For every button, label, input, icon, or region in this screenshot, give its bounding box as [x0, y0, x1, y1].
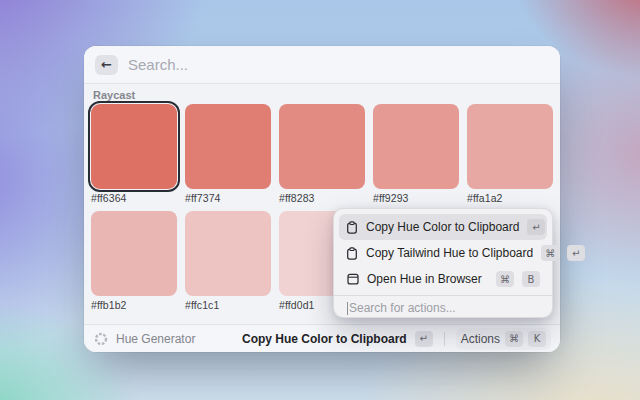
actions-search-input[interactable]	[349, 301, 539, 315]
color-cell[interactable]: #ff8283	[279, 104, 365, 205]
menu-item-open-hue-browser[interactable]: Open Hue in Browser ⌘ B	[339, 266, 547, 292]
primary-action-label[interactable]: Copy Hue Color to Clipboard	[242, 332, 407, 346]
color-swatch[interactable]	[185, 104, 271, 189]
actions-menu: Copy Hue Color to Clipboard ↵ Copy Tailw…	[333, 208, 553, 318]
text-cursor	[347, 302, 348, 315]
hex-label: #ff7374	[185, 192, 271, 205]
actions-search[interactable]	[339, 296, 547, 320]
actions-label: Actions	[461, 332, 500, 346]
color-swatch[interactable]	[91, 211, 177, 296]
color-cell[interactable]: #ffa1a2	[467, 104, 553, 205]
hex-label: #ffc1c1	[185, 299, 271, 312]
cmd-key-badge: ⌘	[505, 331, 523, 347]
back-button[interactable]: ←	[95, 55, 118, 75]
color-swatch[interactable]	[373, 104, 459, 189]
section-header: Raycast	[84, 89, 560, 101]
clipboard-icon	[346, 247, 358, 260]
hex-label: #ff8283	[279, 192, 365, 205]
color-cell[interactable]: #ff7374	[185, 104, 271, 205]
app-name: Hue Generator	[116, 332, 195, 346]
menu-item-copy-hue-color[interactable]: Copy Hue Color to Clipboard ↵	[339, 214, 547, 240]
color-swatch[interactable]	[91, 104, 177, 189]
divider	[444, 332, 445, 346]
browser-icon	[346, 273, 359, 285]
hue-ring-icon	[93, 331, 108, 346]
arrow-left-icon: ←	[101, 57, 112, 72]
color-cell[interactable]: #ffc1c1	[185, 211, 271, 312]
cmd-key-badge: ⌘	[496, 271, 514, 287]
enter-key-badge: ↵	[567, 245, 585, 261]
menu-item-copy-tailwind-hue[interactable]: Copy Tailwind Hue to Clipboard ⌘ ↵	[339, 240, 547, 266]
hex-label: #ffb1b2	[91, 299, 177, 312]
status-bar: Hue Generator Copy Hue Color to Clipboar…	[84, 324, 560, 352]
hex-label: #ff9293	[373, 192, 459, 205]
enter-key-badge: ↵	[527, 219, 545, 235]
clipboard-icon	[346, 221, 358, 234]
menu-item-label: Copy Hue Color to Clipboard	[366, 220, 519, 234]
b-key-badge: B	[522, 271, 540, 287]
cmd-key-badge: ⌘	[541, 245, 559, 261]
color-swatch[interactable]	[279, 104, 365, 189]
search-input[interactable]	[128, 56, 549, 73]
enter-key-badge: ↵	[415, 331, 433, 347]
menu-item-label: Copy Tailwind Hue to Clipboard	[366, 246, 533, 260]
color-swatch[interactable]	[185, 211, 271, 296]
search-bar: ←	[84, 46, 560, 84]
hex-label: #ff6364	[91, 192, 177, 205]
actions-button[interactable]: Actions ⌘ K	[456, 328, 551, 350]
color-cell[interactable]: #ff9293	[373, 104, 459, 205]
k-key-badge: K	[528, 331, 546, 347]
menu-item-label: Open Hue in Browser	[367, 272, 488, 286]
hex-label: #ffa1a2	[467, 192, 553, 205]
color-swatch[interactable]	[467, 104, 553, 189]
color-cell[interactable]: #ffb1b2	[91, 211, 177, 312]
color-cell[interactable]: #ff6364	[91, 104, 177, 205]
